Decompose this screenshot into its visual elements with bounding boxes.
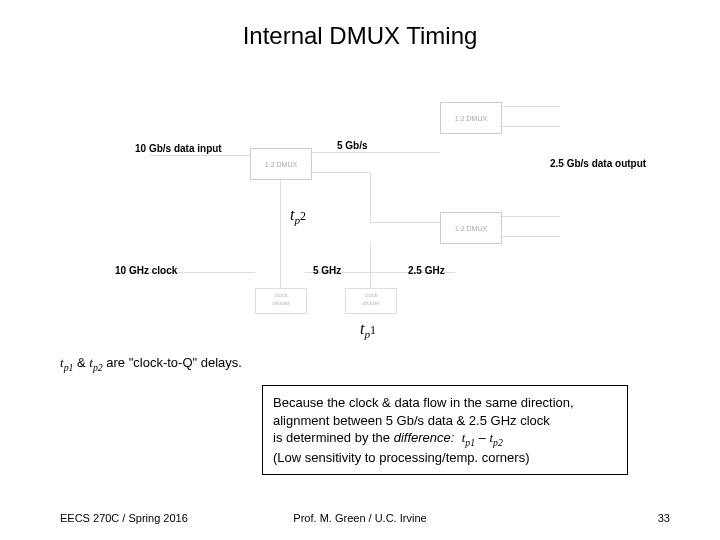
wire <box>500 236 560 237</box>
wire <box>500 126 560 127</box>
label-5gbs: 5 Gb/s <box>337 140 368 151</box>
footer-center: Prof. M. Green / U.C. Irvine <box>0 512 720 524</box>
wire <box>370 172 371 222</box>
label-data-input: 10 Gb/s data input <box>135 143 222 154</box>
exp-line-4: (Low sensitivity to processing/temp. cor… <box>273 449 617 467</box>
exp-line-2: alignment between 5 Gb/s data & 2.5 GHz … <box>273 412 617 430</box>
exp-line-3: is determined by the difference: tp1 – t… <box>273 429 617 449</box>
clock-divider-2: clockdivider <box>345 288 397 314</box>
footer-page-number: 33 <box>658 512 670 524</box>
wire <box>150 155 250 156</box>
wire <box>370 242 371 288</box>
page-title: Internal DMUX Timing <box>0 22 720 50</box>
slide: Internal DMUX Timing 1:2 DMUX 1:2 DMUX 1… <box>0 0 720 540</box>
wire <box>500 106 560 107</box>
delay-tp1: tp1 <box>360 320 376 340</box>
label-clock-10ghz: 10 GHz clock <box>115 265 177 276</box>
wire <box>310 152 440 153</box>
explanation-box: Because the clock & data flow in the sam… <box>262 385 628 475</box>
wire <box>500 216 560 217</box>
dmux-block-2a: 1:2 DMUX <box>440 102 502 134</box>
label-clock-5ghz: 5 GHz <box>313 265 341 276</box>
label-data-output: 2.5 Gb/s data output <box>550 158 646 169</box>
dmux-block-1: 1:2 DMUX <box>250 148 312 180</box>
exp-line-1: Because the clock & data flow in the sam… <box>273 394 617 412</box>
wire <box>310 172 370 173</box>
wire <box>370 222 440 223</box>
dmux-block-2b: 1:2 DMUX <box>440 212 502 244</box>
delay-note: tp1 & tp2 are "clock-to-Q" delays. <box>60 355 242 373</box>
label-clock-2_5ghz: 2.5 GHz <box>408 265 445 276</box>
wire <box>280 178 281 288</box>
delay-tp2: tp2 <box>290 206 306 226</box>
clock-divider-1: clockdivider <box>255 288 307 314</box>
